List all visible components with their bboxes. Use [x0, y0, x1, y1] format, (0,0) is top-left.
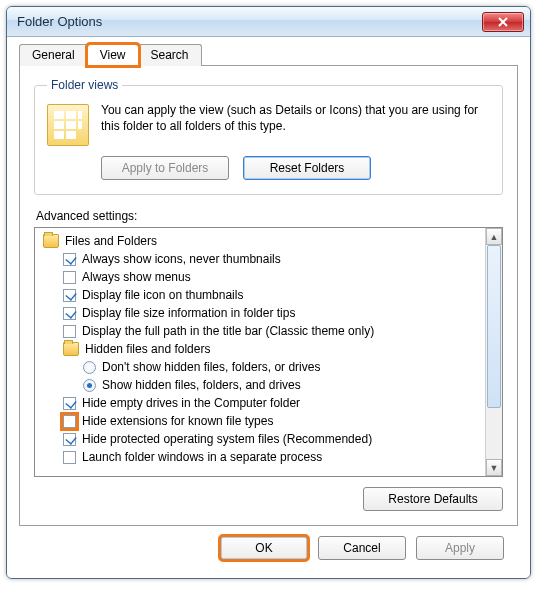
tree-item-label: Don't show hidden files, folders, or dri…	[102, 360, 320, 374]
tree-item-9[interactable]: Hide extensions for known file types	[41, 412, 483, 430]
reset-folders-button[interactable]: Reset Folders	[243, 156, 371, 180]
scrollbar[interactable]: ▲ ▼	[485, 228, 502, 476]
tab-panel-view: Folder views You can apply the view (suc…	[19, 65, 518, 526]
dialog-button-row: OK Cancel Apply	[19, 526, 518, 566]
folder-icon	[63, 342, 79, 356]
tree-item-0[interactable]: Always show icons, never thumbnails	[41, 250, 483, 268]
scroll-down-button[interactable]: ▼	[486, 459, 502, 476]
checkbox[interactable]	[63, 325, 76, 338]
tab-view[interactable]: View	[87, 44, 139, 66]
ok-button[interactable]: OK	[220, 536, 308, 560]
scroll-track[interactable]	[486, 245, 502, 459]
tree-item-label: Hide extensions for known file types	[82, 414, 273, 428]
radio[interactable]	[83, 379, 96, 392]
tree-item-2[interactable]: Display file icon on thumbnails	[41, 286, 483, 304]
advanced-settings-tree[interactable]: Files and FoldersAlways show icons, neve…	[34, 227, 503, 477]
window-title: Folder Options	[17, 14, 482, 29]
tree-item-label: Always show menus	[82, 270, 191, 284]
tree-item-label: Always show icons, never thumbnails	[82, 252, 281, 266]
folder-views-group: Folder views You can apply the view (suc…	[34, 78, 503, 195]
tree-item-label: Hidden files and folders	[85, 342, 210, 356]
scroll-thumb[interactable]	[487, 245, 501, 408]
tree-root-files-and-folders[interactable]: Files and Folders	[41, 232, 483, 250]
tab-general[interactable]: General	[19, 44, 88, 66]
checkbox[interactable]	[63, 253, 76, 266]
advanced-settings-label: Advanced settings:	[36, 209, 503, 223]
tree-item-label: Hide protected operating system files (R…	[82, 432, 372, 446]
checkbox[interactable]	[63, 415, 76, 428]
tree-item-label: Show hidden files, folders, and drives	[102, 378, 301, 392]
client-area: General View Search Folder views You can…	[7, 37, 530, 578]
folder-icon	[43, 234, 59, 248]
close-icon	[497, 17, 509, 27]
tree-item-11[interactable]: Launch folder windows in a separate proc…	[41, 448, 483, 466]
folder-views-icon	[47, 104, 89, 146]
checkbox[interactable]	[63, 289, 76, 302]
folder-views-legend: Folder views	[47, 78, 122, 92]
tree-item-label: Hide empty drives in the Computer folder	[82, 396, 300, 410]
folder-options-window: Folder Options General View Search Folde…	[6, 6, 531, 579]
checkbox[interactable]	[63, 271, 76, 284]
tree-item-10[interactable]: Hide protected operating system files (R…	[41, 430, 483, 448]
tree-item-label: Display the full path in the title bar (…	[82, 324, 374, 338]
tree-item-label: Display file icon on thumbnails	[82, 288, 243, 302]
tree-item-5[interactable]: Hidden files and folders	[41, 340, 483, 358]
restore-defaults-button[interactable]: Restore Defaults	[363, 487, 503, 511]
apply-to-folders-button[interactable]: Apply to Folders	[101, 156, 229, 180]
checkbox[interactable]	[63, 307, 76, 320]
cancel-button[interactable]: Cancel	[318, 536, 406, 560]
tree-item-6[interactable]: Don't show hidden files, folders, or dri…	[41, 358, 483, 376]
checkbox[interactable]	[63, 397, 76, 410]
tree-item-label: Display file size information in folder …	[82, 306, 295, 320]
tree-item-4[interactable]: Display the full path in the title bar (…	[41, 322, 483, 340]
tree-item-label: Launch folder windows in a separate proc…	[82, 450, 322, 464]
apply-button[interactable]: Apply	[416, 536, 504, 560]
tree-root-label: Files and Folders	[65, 234, 157, 248]
checkbox[interactable]	[63, 433, 76, 446]
tree-item-1[interactable]: Always show menus	[41, 268, 483, 286]
close-button[interactable]	[482, 12, 524, 32]
titlebar[interactable]: Folder Options	[7, 7, 530, 37]
tree-item-7[interactable]: Show hidden files, folders, and drives	[41, 376, 483, 394]
checkbox[interactable]	[63, 451, 76, 464]
tab-strip: General View Search	[19, 43, 518, 65]
scroll-up-button[interactable]: ▲	[486, 228, 502, 245]
folder-views-description: You can apply the view (such as Details …	[101, 102, 490, 134]
radio[interactable]	[83, 361, 96, 374]
tree-item-8[interactable]: Hide empty drives in the Computer folder	[41, 394, 483, 412]
tab-search[interactable]: Search	[138, 44, 202, 66]
tree-item-3[interactable]: Display file size information in folder …	[41, 304, 483, 322]
